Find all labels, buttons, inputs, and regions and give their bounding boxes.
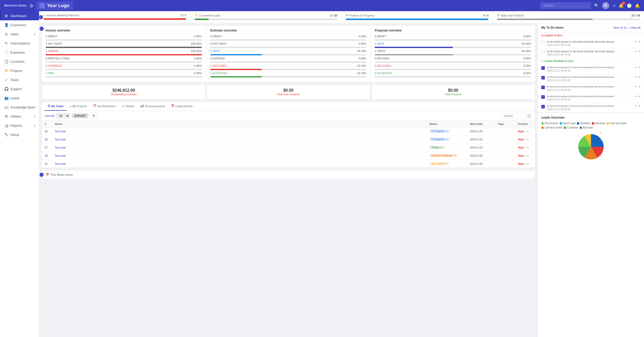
invoice-overview-title: Invoice overview [46,29,202,32]
sidebar-label-tasks: Tasks [10,78,19,82]
tab-latest-activity[interactable]: 📅 Latest Activity [168,102,196,111]
sidebar-item-customers[interactable]: 👤 Customers [0,20,39,29]
task-name-link[interactable]: Test task [55,130,66,133]
sidebar-item-knowledge-base[interactable]: 📖 Knowledge Base [0,103,39,112]
sidebar-item-dashboard[interactable]: ⊞ Dashboard [0,11,39,20]
avatar[interactable]: W [602,2,609,9]
task-name-link[interactable]: Test task [55,138,66,141]
summary-card-outstanding: $246,912.00 Outstanding Invoices [42,84,205,100]
power-icon[interactable]: ⏻ [30,4,33,8]
sidebar-item-projects[interactable]: 📁 Projects [0,66,39,75]
todo-checkbox-checked-4[interactable]: ✓ [541,95,545,99]
legend-label-2: Qualified [580,122,590,125]
ov-draft-value: 0.00% [194,35,202,38]
edit-todo-btn-checked-2[interactable]: ✏ [635,75,637,79]
stat-card-tasks: ☰ Tasks Not Finished 23 / 34 [493,11,644,23]
delete-todo-btn-checked-4[interactable]: ✕ [638,95,640,98]
task-id-link[interactable]: 27 [45,146,48,149]
pastdue-label: Past Due Invoices [212,93,365,96]
global-search-input[interactable] [540,2,591,9]
priority-dots[interactable]: ••• [526,146,529,149]
add-overview-btn[interactable]: + [40,27,44,31]
refresh-button[interactable]: ↻ [90,113,97,119]
delete-todo-btn-checked-3[interactable]: ✕ [638,85,640,88]
search-icon[interactable]: 🔍 [594,3,599,8]
view-all-link[interactable]: View All [45,114,54,117]
todo-checkbox-checked-5[interactable]: ✓ [541,105,545,108]
task-id-link[interactable]: 28 [45,154,48,157]
stat-progress-2 [195,19,337,20]
task-id-link[interactable]: 31 [45,162,48,165]
logo-text: Your Logo [47,3,69,8]
reports-arrow: ❯ [33,124,36,127]
stat-card-title-4: ☰ Tasks Not Finished [497,14,524,17]
sidebar-item-sales[interactable]: ⚖ Sales ❯ [0,29,39,39]
edit-todo-btn-checked-5[interactable]: ✏ [635,104,637,108]
sidebar-item-subscriptions[interactable]: ↻ Subscriptions [0,39,39,48]
brand-name: Welcome Demo [4,4,27,7]
task-id-link[interactable]: 26 [45,138,48,141]
legend-label-6: Customer [567,126,578,129]
task-status: In Progress ••• [426,135,467,143]
priority-dots[interactable]: ••• [526,162,529,165]
notifications-icon[interactable]: 🔔 2 [619,3,624,8]
status-dots[interactable]: ••• [445,162,448,165]
view-all-todo-link[interactable]: | View All [629,26,640,29]
todo-checkbox-2[interactable] [541,50,545,54]
task-name-link[interactable]: Test task [55,146,66,149]
task-name-link[interactable]: Test task [55,162,66,165]
export-button[interactable]: EXPORT [72,113,88,118]
delete-todo-btn-2[interactable]: ✕ [638,50,640,53]
todo-checkbox-checked-3[interactable]: ✓ [541,86,545,89]
tab-tickets[interactable]: 🏷 Tickets [119,102,137,111]
task-priority: High ••• [515,143,535,152]
priority-dots[interactable]: ••• [526,130,529,133]
delete-todo-btn-1[interactable]: ✕ [638,40,640,43]
edit-todo-btn-1[interactable]: ✏ [635,40,637,43]
tab-my-projects[interactable]: ≡ My Projects [67,102,90,111]
delete-todo-btn-checked-5[interactable]: ✕ [638,104,640,108]
todo-checkbox-checked-2[interactable]: ✓ [541,76,545,79]
tab-my-reminders[interactable]: ⏰ My Reminders [90,102,119,111]
status-dots[interactable]: ••• [445,130,448,133]
todo-item-checked-3: ✓ to do lorem ipsum to do lorem ipsumto … [538,84,644,93]
sidebar-item-utilities[interactable]: ⚙ Utilities ❯ [0,112,39,121]
utilities-icon: ⚙ [4,114,8,118]
sidebar-item-expenses[interactable]: 📄 Expenses [0,48,39,57]
task-id-link[interactable]: 25 [45,130,48,133]
clock-icon[interactable]: 🕐 [627,3,632,8]
delete-todo-btn-checked-2[interactable]: ✕ [638,75,640,79]
new-todo-link[interactable]: New To Do [614,26,627,29]
chart-container: 6 4 2 0 [576,132,606,163]
tab-my-tasks[interactable]: ☰ My Tasks [45,102,67,111]
sidebar-item-contracts[interactable]: 📋 Contracts [0,57,39,66]
todo-checkbox-checked-1[interactable]: ✓ [541,66,545,70]
status-dots[interactable]: ••• [440,146,443,149]
tab-announcements[interactable]: 📢 Announcements [137,102,168,111]
status-dots[interactable]: ••• [454,154,456,157]
stat-card-value-3: 4 / 4 [483,14,489,17]
summary-card-paid: $0.00 Paid Invoices [371,84,535,100]
priority-dots[interactable]: ••• [526,154,529,157]
status-dots[interactable]: ••• [445,138,448,141]
edit-todo-btn-2[interactable]: ✏ [635,50,637,53]
todo-checkbox-1[interactable] [541,41,545,44]
share-icon[interactable]: ↗ [612,3,616,8]
edit-todo-btn-checked-1[interactable]: ✏ [635,66,637,69]
delete-todo-btn-checked-1[interactable]: ✕ [638,66,640,69]
sidebar-item-tasks[interactable]: ✓ Tasks [0,75,39,84]
edit-todo-btn-checked-4[interactable]: ✏ [635,95,637,98]
sidebar-item-leads[interactable]: 👥 Leads [0,93,39,103]
sidebar-item-support[interactable]: 🎧 Support [0,84,39,93]
per-page-select[interactable]: 25 50 100 [56,113,70,119]
sidebar-item-reports[interactable]: 📊 Reports ❯ [0,121,39,130]
add-week-btn[interactable]: + [40,173,44,177]
edit-todo-btn-checked-3[interactable]: ✏ [635,85,637,88]
priority-dots[interactable]: ••• [526,138,529,141]
task-name-link[interactable]: Test task [55,154,66,157]
add-section-btn-1[interactable]: + [39,15,43,19]
sidebar-item-setup[interactable]: 🔧 Setup [0,130,39,139]
pie-chart [576,132,606,162]
bell-icon[interactable]: 🔔 [635,3,640,8]
task-id: 26 [42,135,52,143]
